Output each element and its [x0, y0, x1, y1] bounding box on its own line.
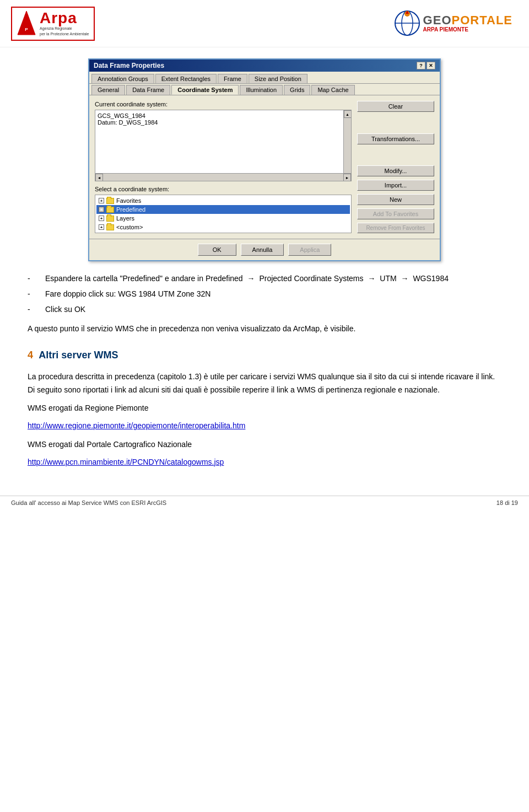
select-coord-label: Select a coordinate system:: [95, 186, 352, 192]
tree-view: + Favorites + Predefined +: [95, 195, 352, 233]
tree-item-layers[interactable]: + Layers: [96, 214, 350, 223]
bullet-text-3: Click su OK: [45, 303, 85, 316]
tab-row-2: General Data Frame Coordinate System Ill…: [89, 84, 440, 95]
dash-3: -: [28, 303, 39, 316]
folder-favorites-icon: [106, 198, 114, 204]
footer-guide-title: Guida all' accesso ai Map Service WMS co…: [11, 499, 166, 506]
close-button[interactable]: ✕: [427, 62, 435, 69]
wms-pcn-label: WMS erogati dal Portale Cartografico Naz…: [28, 438, 501, 451]
transformations-button[interactable]: Transformations...: [357, 133, 434, 144]
current-coord-label: Current coordinate system:: [95, 101, 352, 107]
geo-brand-text: ARPA PIEMONTE: [423, 26, 512, 33]
tab-annotation-groups[interactable]: Annotation Groups: [91, 74, 154, 83]
bullet-text-1: Espandere la cartella "Predefined" e and…: [45, 272, 449, 286]
tab-size-position[interactable]: Size and Position: [249, 74, 307, 83]
paragraph-wms: A questo punto il servizio WMS che in pr…: [28, 322, 501, 336]
tab-map-cache[interactable]: Map Cache: [311, 85, 354, 95]
folder-layers-icon: [106, 216, 114, 222]
applica-button[interactable]: Applica: [288, 244, 331, 256]
dialog-right-panel: Clear Transformations... Modify... Impor…: [357, 101, 434, 233]
new-button[interactable]: New: [357, 194, 434, 205]
expand-favorites[interactable]: +: [99, 198, 104, 203]
wms-pcn-url: http://www.pcn.minambiente.it/PCNDYN/cat…: [28, 456, 501, 469]
bullet-1: - Espandere la cartella "Predefined" e a…: [28, 272, 501, 286]
section4-intro: La procedura descritta in precedenza (ca…: [28, 370, 501, 397]
tab-grids[interactable]: Grids: [284, 85, 310, 95]
arpa-subtitle: Agenzia Regionaleper la Protezione Ambie…: [40, 26, 89, 36]
page-footer: Guida all' accesso ai Map Service WMS co…: [0, 496, 529, 509]
tab-extent-rectangles[interactable]: Extent Rectangles: [155, 74, 217, 83]
tree-item-custom[interactable]: + <custom>: [96, 223, 350, 232]
arpa-name: Arpa: [40, 10, 89, 26]
scroll-right-arrow[interactable]: ►: [343, 174, 351, 181]
dialog-body: Current coordinate system: GCS_WGS_1984 …: [89, 95, 440, 239]
dash-2: -: [28, 288, 39, 301]
dash-1: -: [28, 272, 39, 286]
bullet-2: - Fare doppio click su: WGS 1984 UTM Zon…: [28, 288, 501, 301]
tab-coordinate-system[interactable]: Coordinate System: [171, 85, 239, 95]
dialog-window: Data Frame Properties ? ✕ Annotation Gro…: [88, 58, 441, 261]
modify-button[interactable]: Modify...: [357, 165, 434, 176]
tree-item-favorites[interactable]: + Favorites: [96, 196, 350, 205]
titlebar-buttons: ? ✕: [417, 62, 435, 69]
page-header: P Arpa Agenzia Regionaleper la Protezion…: [0, 0, 529, 47]
tab-frame[interactable]: Frame: [218, 74, 247, 83]
text-content: - Espandere la cartella "Predefined" e a…: [17, 272, 512, 469]
section-number: 4: [28, 349, 33, 361]
dialog-footer: OK Annulla Applica: [89, 239, 440, 260]
main-content: Data Frame Properties ? ✕ Annotation Gro…: [0, 47, 529, 485]
expand-custom[interactable]: +: [99, 224, 104, 230]
dialog-title: Data Frame Properties: [94, 62, 164, 69]
coord-text-line1: GCS_WGS_1984: [98, 112, 349, 119]
folder-predefined-icon: [106, 207, 114, 213]
tree-item-predefined[interactable]: + Predefined: [96, 205, 350, 214]
geo-globe-icon: [393, 8, 421, 39]
folder-custom-icon: [106, 224, 114, 230]
wms-pcn-link[interactable]: http://www.pcn.minambiente.it/PCNDYN/cat…: [28, 458, 224, 466]
tab-data-frame[interactable]: Data Frame: [126, 85, 170, 95]
select-coord-section: Select a coordinate system: + Favorites …: [95, 186, 352, 233]
section-title: Altri server WMS: [39, 349, 118, 361]
tab-illumination[interactable]: Illumination: [240, 85, 283, 95]
scroll-left-arrow[interactable]: ◄: [95, 174, 103, 181]
wms-regione-url: http://www.regione.piemonte.it/geopiemon…: [28, 420, 501, 433]
bullet-3: - Click su OK: [28, 303, 501, 316]
remove-favorites-button[interactable]: Remove From Favorites: [357, 223, 434, 233]
tab-general[interactable]: General: [91, 85, 125, 95]
add-favorites-button[interactable]: Add To Favorites: [357, 208, 434, 219]
geo-logo: GEOPORTALE ARPA PIEMONTE: [402, 6, 512, 41]
section-4-heading: 4 Altri server WMS: [28, 345, 501, 366]
svg-text:P: P: [25, 27, 28, 32]
expand-layers[interactable]: +: [99, 216, 104, 221]
wms-regione-label: WMS erogati da Regione Piemonte: [28, 402, 501, 415]
tab-row-1: Annotation Groups Extent Rectangles Fram…: [89, 72, 440, 84]
clear-button[interactable]: Clear: [357, 101, 434, 112]
scroll-up-arrow[interactable]: ▲: [344, 110, 352, 118]
bullet-text-2: Fare doppio click su: WGS 1984 UTM Zone …: [45, 288, 210, 301]
wms-regione-link[interactable]: http://www.regione.piemonte.it/geopiemon…: [28, 421, 245, 430]
piemonte-logo-icon: P: [17, 10, 36, 37]
arpa-logo: P Arpa Agenzia Regionaleper la Protezion…: [11, 6, 110, 41]
expand-predefined[interactable]: +: [99, 207, 104, 212]
geo-portale-text: GEOPORTALE: [423, 14, 512, 26]
coord-display-box: GCS_WGS_1984 Datum: D_WGS_1984 ▲ ▼ ◄ ►: [95, 110, 352, 181]
dialog-left-panel: Current coordinate system: GCS_WGS_1984 …: [95, 101, 352, 233]
help-button[interactable]: ?: [417, 62, 425, 69]
dialog-titlebar: Data Frame Properties ? ✕: [89, 60, 440, 72]
annulla-button[interactable]: Annulla: [241, 244, 284, 256]
import-button[interactable]: Import...: [357, 180, 434, 191]
footer-page-info: 18 di 19: [496, 499, 518, 506]
ok-button[interactable]: OK: [198, 244, 236, 256]
coord-text-line2: Datum: D_WGS_1984: [98, 119, 349, 126]
